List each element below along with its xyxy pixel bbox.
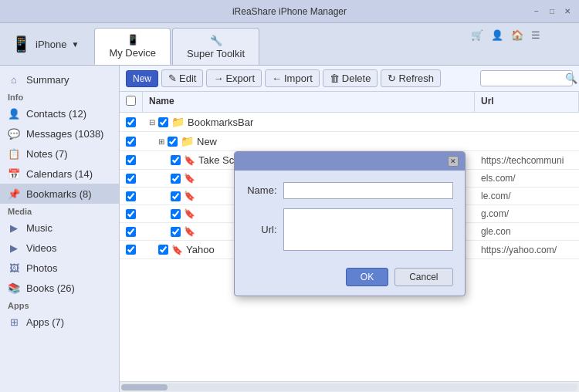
- sidebar-item-messages[interactable]: 💬 Messages (1038): [0, 123, 119, 144]
- header-icons: 🛒 👤 🏠 ☰: [471, 29, 540, 41]
- close-button[interactable]: ✕: [562, 6, 573, 17]
- calendars-icon: 📅: [8, 167, 20, 180]
- sidebar-item-bookmarks[interactable]: 📌 Bookmarks (8): [0, 184, 119, 204]
- url-label: Url:: [246, 224, 277, 235]
- name-input[interactable]: [283, 182, 453, 199]
- apps-icon: ⊞: [8, 316, 20, 328]
- messages-icon: 💬: [8, 127, 20, 140]
- sidebar-item-videos[interactable]: ▶ Videos: [0, 238, 119, 258]
- sidebar-label-calendars: Calendars (14): [26, 168, 93, 180]
- cancel-button[interactable]: Cancel: [394, 268, 452, 286]
- modal-title-bar: ✕: [235, 152, 465, 171]
- iphone-icon: 📱: [12, 35, 31, 53]
- sidebar-label-music: Music: [26, 222, 52, 234]
- music-icon: ▶: [8, 221, 20, 234]
- photos-icon: 🖼: [8, 262, 20, 274]
- device-name: iPhone: [36, 39, 66, 50]
- sidebar-section-apps: Apps: [0, 298, 119, 312]
- sidebar-item-photos[interactable]: 🖼 Photos: [0, 258, 119, 278]
- name-form-row: Name:: [246, 182, 453, 199]
- sidebar-label-apps: Apps (7): [26, 316, 64, 328]
- sidebar-label-contacts: Contacts (12): [26, 108, 86, 120]
- tab-super-toolkit[interactable]: 🔧 Super Toolkit: [172, 28, 259, 65]
- super-toolkit-label: Super Toolkit: [187, 48, 245, 59]
- sidebar-label-bookmarks: Bookmarks (8): [26, 188, 92, 200]
- sidebar-item-summary[interactable]: ⌂ Summary: [0, 69, 119, 90]
- contacts-icon: 👤: [8, 107, 20, 120]
- bookmarks-icon: 📌: [8, 188, 20, 200]
- sidebar-item-calendars[interactable]: 📅 Calendars (14): [0, 164, 119, 184]
- user-icon[interactable]: 👤: [491, 29, 503, 41]
- modal-body: Name: Url:: [235, 171, 465, 268]
- my-device-label: My Device: [109, 47, 156, 59]
- my-device-icon: 📱: [127, 34, 139, 46]
- scrollbar-track: [121, 384, 577, 391]
- sidebar-item-music[interactable]: ▶ Music: [0, 218, 119, 238]
- summary-icon: ⌂: [8, 73, 20, 86]
- sidebar-section-info: Info: [0, 90, 119, 103]
- sidebar-item-contacts[interactable]: 👤 Contacts (12): [0, 103, 119, 123]
- menu-icon[interactable]: ☰: [531, 29, 540, 41]
- sidebar-section-media: Media: [0, 204, 119, 218]
- sidebar-item-books[interactable]: 📚 Books (26): [0, 278, 119, 298]
- device-bar: 📱 iPhone ▼ 📱 My Device 🔧 Super Toolkit 🛒…: [0, 23, 579, 66]
- notes-icon: 📋: [8, 147, 20, 160]
- title-bar: iReaShare iPhone Manager − □ ✕: [0, 0, 579, 23]
- url-textarea[interactable]: [283, 208, 453, 251]
- sidebar-label-videos: Videos: [26, 242, 57, 254]
- sidebar-label-summary: Summary: [26, 74, 69, 86]
- home-icon[interactable]: 🏠: [511, 29, 523, 41]
- modal-footer: OK Cancel: [235, 268, 465, 296]
- sidebar-label-books: Books (26): [26, 282, 75, 294]
- books-icon: 📚: [8, 282, 20, 294]
- modal-overlay: ✕ Name: Url: OK Cancel: [120, 66, 579, 381]
- modal-close-button[interactable]: ✕: [448, 156, 459, 167]
- sidebar-label-notes: Notes (7): [26, 148, 67, 160]
- device-tabs: 📱 My Device 🔧 Super Toolkit: [90, 23, 263, 65]
- minimize-button[interactable]: −: [531, 6, 542, 17]
- maximize-button[interactable]: □: [547, 6, 557, 17]
- device-area: 📱 iPhone ▼: [0, 23, 90, 65]
- sidebar-item-notes[interactable]: 📋 Notes (7): [0, 144, 119, 164]
- sidebar-label-photos: Photos: [26, 262, 57, 274]
- sidebar-label-messages: Messages (1038): [26, 128, 103, 140]
- app-title: iReaShare iPhone Manager: [232, 6, 347, 17]
- sidebar-item-apps[interactable]: ⊞ Apps (7): [0, 312, 119, 332]
- window-controls: − □ ✕: [531, 6, 573, 17]
- name-label: Name:: [246, 184, 277, 196]
- sidebar: ⌂ Summary Info 👤 Contacts (12) 💬 Message…: [0, 66, 120, 392]
- cart-icon[interactable]: 🛒: [471, 29, 483, 41]
- horizontal-scrollbar[interactable]: [120, 381, 579, 392]
- videos-icon: ▶: [8, 242, 20, 254]
- tab-my-device[interactable]: 📱 My Device: [94, 28, 171, 65]
- super-toolkit-icon: 🔧: [210, 35, 222, 46]
- device-dropdown-icon[interactable]: ▼: [71, 40, 79, 49]
- new-bookmark-dialog: ✕ Name: Url: OK Cancel: [234, 151, 466, 296]
- scrollbar-thumb[interactable]: [121, 384, 168, 390]
- url-form-row: Url:: [246, 208, 453, 251]
- ok-button[interactable]: OK: [346, 268, 388, 286]
